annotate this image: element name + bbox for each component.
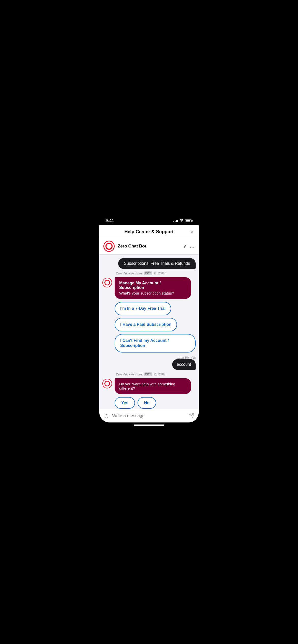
bot-message-group-1: Zero Virtual Assistant BOT 12:17 PM Mana… [102,271,196,353]
header-title: Help Center & Support [112,229,186,235]
message-input[interactable] [112,413,186,418]
send-icon [189,413,195,418]
home-indicator [99,422,199,429]
status-time: 9:41 [105,218,114,223]
signal-bars-icon [173,219,178,222]
option-cant-find-account[interactable]: I Can't Find my Account / Subscription [115,334,196,353]
bot-sender-label-1: Zero Virtual Assistant [116,272,143,275]
options-wrap-1: I'm In a 7-Day Free Trial I Have a Paid … [115,302,196,353]
user-message-account: account [172,359,196,370]
status-bar: 9:41 [99,215,199,225]
bot-sender-label-2: Zero Virtual Assistant [116,373,143,376]
option-yes[interactable]: Yes [115,397,135,409]
option-no[interactable]: No [138,397,156,409]
bot-bubble-2: Do you want help with something differen… [115,378,191,394]
status-icons [173,219,193,223]
bot-bubble-text-1: What's your subscription status? [119,291,186,295]
bot-avatar-small-2 [102,379,112,388]
bot-message-meta-1: Zero Virtual Assistant BOT 12:17 PM [116,271,196,275]
chat-area: Subscriptions, Free Trials & Refunds Zer… [99,255,199,409]
chevron-down-icon[interactable]: ∨ [183,243,186,249]
bot-profile-bar: Zero Chat Bot ∨ ... [99,238,199,255]
options-row-2: Yes No [115,397,196,409]
bot-bubble-1: Manage My Account / Subscription What's … [115,277,191,299]
option-free-trial[interactable]: I'm In a 7-Day Free Trial [115,302,171,315]
input-area: ☺ [99,409,199,422]
user-sender-account: You [191,356,196,359]
bot-avatar-small-1 [102,278,112,287]
bot-bubble-text-2: Do you want help with something differen… [119,382,186,390]
wifi-icon [180,219,184,223]
emoji-icon: ☺ [103,412,110,419]
bot-name: Zero Chat Bot [118,244,146,249]
bot-time-1: 12:17 PM [154,272,166,275]
battery-icon [185,219,193,222]
bot-avatar [103,241,115,252]
bot-bubble-title-1: Manage My Account / Subscription [119,281,186,290]
close-button[interactable]: × [186,229,194,235]
home-bar [134,425,164,426]
bot-time-2: 12:17 PM [154,373,166,376]
header: Help Center & Support × [99,225,199,238]
emoji-button[interactable]: ☺ [103,412,110,419]
user-message-meta-account: 12:17 PM You [177,356,196,359]
more-options-button[interactable]: ... [190,244,195,249]
bot-badge-1: BOT [144,271,152,275]
initial-user-message-wrap: Subscriptions, Free Trials & Refunds [102,258,196,269]
bot-message-meta-2: Zero Virtual Assistant BOT 12:17 PM [116,372,196,376]
user-time-account: 12:17 PM [177,356,189,359]
initial-user-message: Subscriptions, Free Trials & Refunds [118,258,196,269]
bot-badge-2: BOT [144,372,152,376]
app-container: Help Center & Support × Zero Chat Bot ∨ … [99,225,199,422]
bot-message-group-2: Zero Virtual Assistant BOT 12:17 PM Do y… [102,372,196,409]
send-button[interactable] [189,413,195,419]
user-message-wrap-account: 12:17 PM You account [102,355,196,370]
option-paid-subscription[interactable]: I Have a Paid Subscription [115,318,177,331]
